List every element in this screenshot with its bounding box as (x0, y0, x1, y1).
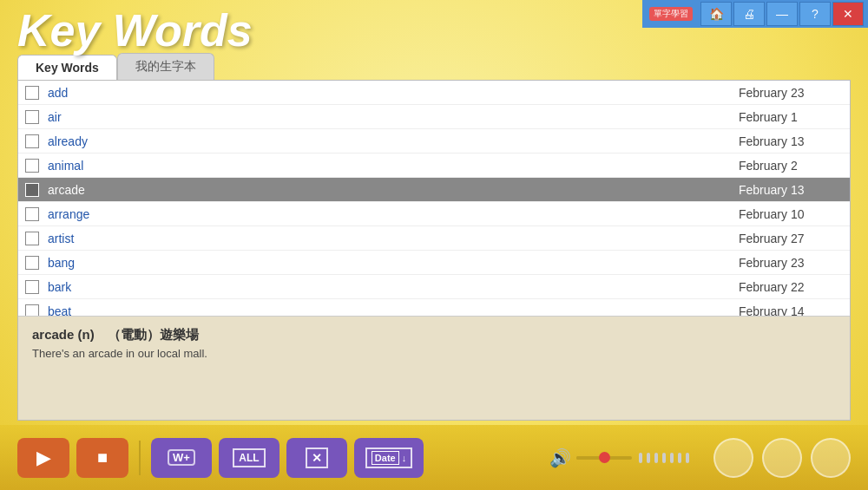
word-row[interactable]: arcadeFebruary 13 (18, 178, 850, 202)
word-date: February 1 (739, 110, 843, 124)
select-all-label: ALL (233, 448, 265, 467)
add-word-label: W+ (168, 449, 195, 466)
word-checkbox[interactable] (25, 304, 39, 317)
close-button[interactable]: ✕ (832, 2, 864, 26)
add-word-button[interactable]: W+ (151, 438, 212, 478)
word-row[interactable]: airFebruary 1 (18, 105, 850, 129)
top-navigation: 單字學習 🏠 🖨 — ? ✕ (642, 0, 868, 28)
page-title: Key Words (17, 4, 253, 56)
word-date: February 23 (739, 256, 843, 270)
word-row[interactable]: bangFebruary 23 (18, 251, 850, 275)
word-text: animal (48, 159, 739, 173)
play-button[interactable]: ▶ (17, 438, 69, 478)
word-list[interactable]: addFebruary 23airFebruary 1alreadyFebrua… (18, 81, 850, 316)
tab-key-words[interactable]: Key Words (17, 55, 117, 80)
shuffle-label: ✕ (306, 448, 328, 468)
word-date: February 10 (739, 207, 843, 221)
bottom-toolbar: ▶ ■ W+ ALL ✕ Date↓ 🔊 (0, 425, 868, 490)
stop-button[interactable]: ■ (76, 438, 128, 478)
word-text: bark (48, 280, 739, 294)
word-checkbox[interactable] (25, 159, 39, 173)
minimize-button[interactable]: — (766, 2, 798, 26)
definition-word: arcade (n) （電動）遊樂場 (32, 327, 836, 343)
date-sort-button[interactable]: Date↓ (354, 438, 424, 478)
volume-slider[interactable] (576, 453, 689, 463)
print-button[interactable]: 🖨 (733, 2, 765, 26)
circle-btn-2[interactable] (762, 438, 802, 478)
select-all-button[interactable]: ALL (219, 438, 279, 478)
word-date: February 14 (739, 304, 843, 317)
word-text: bang (48, 256, 739, 270)
home-button[interactable]: 🏠 (700, 2, 732, 26)
word-text: air (48, 110, 739, 124)
word-text: arcade (48, 183, 739, 197)
word-date: February 22 (739, 280, 843, 294)
circle-btn-1[interactable] (713, 438, 753, 478)
word-row[interactable]: barkFebruary 22 (18, 275, 850, 299)
word-text: already (48, 134, 739, 148)
word-row[interactable]: beatFebruary 14 (18, 299, 850, 316)
word-text: arrange (48, 207, 739, 221)
word-date: February 13 (739, 183, 843, 197)
word-row[interactable]: animalFebruary 2 (18, 154, 850, 178)
volume-control[interactable]: 🔊 (549, 448, 689, 468)
toolbar-separator (139, 441, 141, 475)
word-date: February 23 (739, 86, 843, 100)
word-text: add (48, 86, 739, 100)
circle-decorations (713, 438, 851, 478)
word-checkbox[interactable] (25, 110, 39, 124)
word-row[interactable]: addFebruary 23 (18, 81, 850, 105)
word-row[interactable]: alreadyFebruary 13 (18, 129, 850, 154)
word-checkbox[interactable] (25, 183, 39, 197)
word-row[interactable]: artistFebruary 27 (18, 226, 850, 251)
word-checkbox[interactable] (25, 86, 39, 100)
main-content: Key Words 我的生字本 addFebruary 23airFebruar… (17, 50, 851, 421)
tab-my-words[interactable]: 我的生字本 (117, 53, 214, 80)
word-checkbox[interactable] (25, 207, 39, 221)
word-checkbox[interactable] (25, 134, 39, 148)
shuffle-button[interactable]: ✕ (286, 438, 347, 478)
word-row[interactable]: arrangeFebruary 10 (18, 202, 850, 226)
word-checkbox[interactable] (25, 256, 39, 270)
definition-sentence: There's an arcade in our local mall. (32, 347, 836, 360)
word-checkbox[interactable] (25, 280, 39, 294)
word-checkbox[interactable] (25, 232, 39, 245)
word-date: February 13 (739, 134, 843, 148)
list-container: addFebruary 23airFebruary 1alreadyFebrua… (17, 80, 851, 421)
word-date: February 27 (739, 232, 843, 245)
definition-panel: arcade (n) （電動）遊樂場 There's an arcade in … (18, 316, 850, 420)
help-button[interactable]: ? (799, 2, 831, 26)
circle-btn-3[interactable] (811, 438, 851, 478)
word-text: artist (48, 232, 739, 245)
word-text: beat (48, 304, 739, 317)
volume-icon: 🔊 (549, 448, 571, 468)
badge: 單字學習 (649, 7, 693, 21)
word-date: February 2 (739, 159, 843, 173)
date-sort-label: Date↓ (365, 448, 412, 468)
